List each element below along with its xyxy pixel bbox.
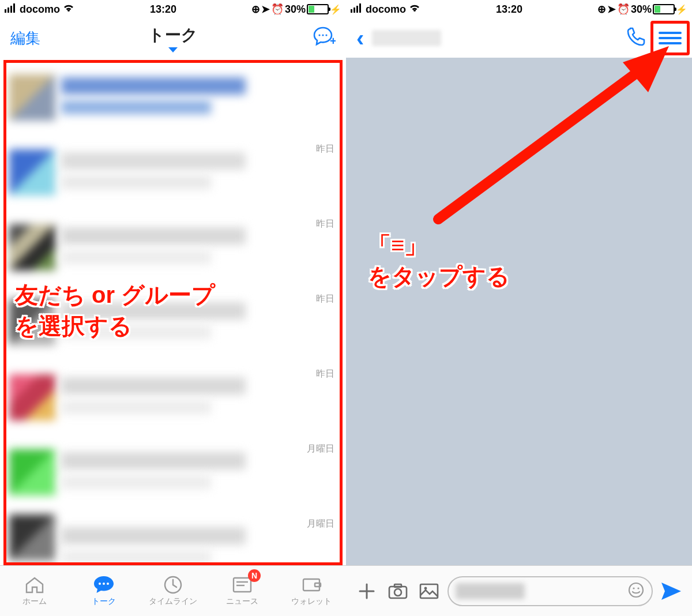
svg-point-28 (637, 587, 639, 589)
battery-pct: 30% (285, 3, 306, 16)
wifi-icon (408, 3, 421, 16)
svg-text:+: + (330, 35, 336, 47)
wallet-icon (300, 576, 323, 594)
screenshot-left: docomo 13:20 ⊕ ➤ ⏰ 30% ⚡ 編集 トーク (0, 0, 346, 616)
page-title[interactable]: トーク (148, 24, 198, 52)
message-input[interactable] (447, 576, 653, 606)
battery-icon (307, 4, 329, 14)
svg-point-27 (633, 587, 634, 589)
alarm-icon: ⏰ (271, 3, 284, 16)
nav-bar: ‹ (346, 18, 692, 58)
tab-wallet[interactable]: ウォレット (277, 566, 346, 616)
svg-point-8 (99, 583, 101, 585)
edit-button[interactable]: 編集 (10, 28, 40, 48)
signal-icon (351, 3, 363, 16)
status-bar: docomo 13:20 ⊕ ➤ ⏰ 30% ⚡ (0, 0, 346, 18)
svg-rect-24 (420, 584, 438, 598)
clock: 13:20 (496, 3, 522, 16)
charging-icon: ⚡ (330, 4, 341, 15)
svg-rect-19 (356, 6, 358, 13)
annotation-frame (3, 60, 343, 565)
chat-body[interactable] (346, 58, 692, 616)
svg-rect-3 (13, 3, 15, 13)
svg-rect-2 (10, 6, 12, 13)
svg-point-5 (322, 34, 324, 36)
svg-rect-0 (5, 9, 6, 13)
svg-point-10 (107, 583, 109, 585)
svg-rect-20 (359, 3, 361, 13)
carrier-label: docomo (20, 3, 60, 16)
tab-news[interactable]: N ニュース (208, 566, 277, 616)
input-bar (346, 565, 692, 616)
home-icon (23, 576, 46, 594)
status-bar: docomo 13:20 ⊕ ➤ ⏰ 30% ⚡ (346, 0, 692, 18)
svg-point-25 (424, 587, 427, 589)
send-button[interactable] (659, 579, 684, 604)
caret-down-icon (168, 47, 178, 52)
svg-rect-17 (351, 9, 352, 13)
svg-rect-15 (303, 579, 319, 591)
tab-timeline[interactable]: タイムライン (138, 566, 208, 616)
camera-icon[interactable] (385, 579, 411, 604)
tab-bar: ホーム トーク タイムライン N ニュース ウォレット (0, 565, 346, 616)
location-icon: ➤ (607, 3, 616, 16)
charging-icon: ⚡ (676, 4, 687, 15)
svg-rect-23 (394, 584, 401, 587)
clock-icon (161, 576, 185, 594)
signal-icon (5, 3, 17, 16)
alarm-icon: ⏰ (617, 3, 630, 16)
nav-bar: 編集 トーク + (0, 18, 346, 58)
battery-icon (653, 4, 675, 14)
chat-title-blurred (372, 30, 441, 46)
menu-button[interactable] (650, 21, 690, 55)
emoji-icon[interactable] (627, 581, 645, 601)
svg-rect-1 (7, 7, 9, 13)
news-badge: N (248, 569, 261, 582)
battery-pct: 30% (631, 3, 652, 16)
wifi-icon (62, 3, 75, 16)
location-icon: ➤ (261, 3, 270, 16)
svg-point-26 (629, 583, 643, 597)
input-content-blurred (456, 583, 525, 599)
svg-point-6 (325, 34, 327, 36)
svg-point-4 (318, 34, 320, 36)
back-button[interactable]: ‹ (356, 27, 364, 50)
call-icon[interactable] (625, 26, 647, 50)
plus-icon[interactable] (354, 579, 379, 604)
hamburger-icon (659, 29, 682, 47)
screenshot-right: docomo 13:20 ⊕ ➤ ⏰ 30% ⚡ ‹ (346, 0, 692, 616)
tab-home[interactable]: ホーム (0, 566, 69, 616)
new-chat-icon[interactable]: + (313, 26, 336, 50)
photo-icon[interactable] (416, 579, 442, 604)
clock: 13:20 (150, 3, 176, 16)
tab-talk[interactable]: トーク (69, 566, 138, 616)
svg-point-22 (394, 589, 401, 596)
svg-point-9 (103, 583, 105, 585)
talk-icon (92, 576, 115, 594)
carrier-label: docomo (366, 3, 406, 16)
orientation-lock-icon: ⊕ (597, 3, 606, 16)
orientation-lock-icon: ⊕ (251, 3, 260, 16)
svg-rect-18 (353, 7, 355, 13)
